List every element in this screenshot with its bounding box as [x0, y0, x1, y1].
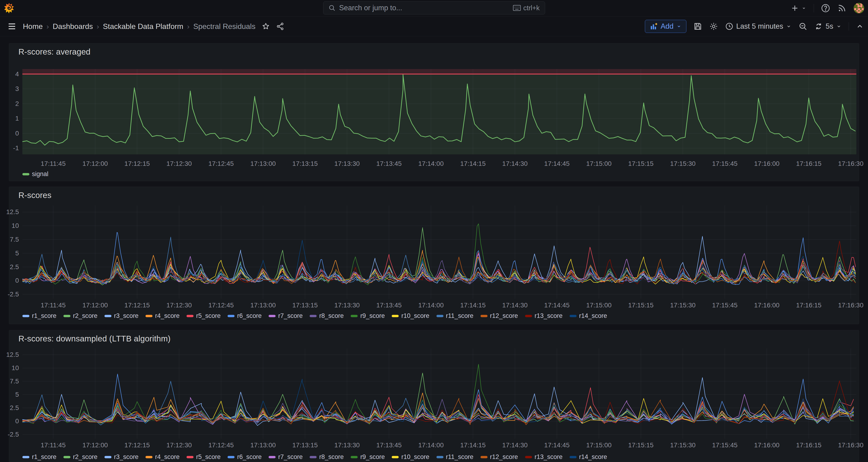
- legend-item-signal[interactable]: signal: [22, 171, 49, 178]
- series-color-pill: [392, 456, 399, 458]
- y-axis-tick-label: 7.5: [10, 236, 19, 243]
- favorite-button[interactable]: [261, 22, 270, 31]
- x-axis-tick-label: 17:16:30: [838, 441, 864, 449]
- legend-item-r10_score[interactable]: r10_score: [392, 312, 429, 319]
- legend-item-r6_score[interactable]: r6_score: [227, 312, 261, 319]
- legend-item-r9_score[interactable]: r9_score: [351, 453, 385, 461]
- panel-title[interactable]: R-scores: [19, 190, 52, 200]
- series-color-pill: [63, 315, 70, 317]
- help-button[interactable]: [821, 3, 830, 13]
- time-range-picker[interactable]: Last 5 minutes: [725, 22, 792, 31]
- y-axis: 43210-1: [9, 69, 20, 154]
- series-color-pill: [310, 456, 317, 458]
- legend-item-r14_score[interactable]: r14_score: [569, 312, 607, 319]
- series-color-pill: [22, 456, 29, 458]
- series-color-pill: [525, 315, 532, 317]
- legend-item-r2_score[interactable]: r2_score: [63, 453, 97, 461]
- series-color-pill: [22, 173, 29, 175]
- legend-item-r13_score[interactable]: r13_score: [525, 453, 563, 461]
- legend-item-r7_score[interactable]: r7_score: [269, 312, 303, 319]
- series-color-pill: [436, 315, 443, 317]
- x-axis-tick-label: 17:15:15: [628, 302, 653, 309]
- x-axis-tick-label: 17:14:45: [544, 160, 569, 167]
- time-series-chart[interactable]: [22, 348, 856, 439]
- legend-item-r1_score[interactable]: r1_score: [22, 453, 56, 461]
- legend-item-r12_score[interactable]: r12_score: [480, 312, 518, 319]
- legend-item-r1_score[interactable]: r1_score: [22, 312, 56, 319]
- zoom-out-button[interactable]: [799, 22, 807, 31]
- y-axis-tick-label: 5: [15, 391, 19, 398]
- legend-item-r5_score[interactable]: r5_score: [187, 312, 221, 319]
- legend-item-r3_score[interactable]: r3_score: [104, 312, 138, 319]
- legend-item-r13_score[interactable]: r13_score: [525, 312, 563, 319]
- legend-item-r3_score[interactable]: r3_score: [104, 453, 138, 461]
- x-axis-tick-label: 17:16:30: [838, 302, 864, 309]
- panel-title[interactable]: R-scores: downsampled (LTTB algorithm): [19, 334, 170, 343]
- legend-item-r4_score[interactable]: r4_score: [146, 312, 180, 319]
- series-color-pill: [187, 315, 193, 317]
- x-axis-tick-label: 17:15:15: [628, 441, 653, 449]
- refresh-picker[interactable]: 5s: [814, 22, 842, 31]
- y-axis-tick-label: -2.5: [8, 431, 19, 438]
- dashboard-settings-button[interactable]: [709, 22, 718, 31]
- mega-menu-button[interactable]: [7, 22, 17, 31]
- toolbar-right-actions: Add Last 5 minutes: [645, 17, 864, 36]
- x-axis-tick-label: 17:14:15: [460, 160, 486, 167]
- series-color-pill: [480, 456, 488, 458]
- x-axis-tick-label: 17:11:45: [41, 441, 66, 449]
- legend-item-r2_score[interactable]: r2_score: [63, 312, 97, 319]
- legend-item-r10_score[interactable]: r10_score: [392, 453, 429, 461]
- star-icon: [261, 22, 270, 31]
- x-axis-tick-label: 17:14:15: [460, 441, 486, 449]
- user-avatar[interactable]: [854, 3, 864, 13]
- series-color-pill: [269, 456, 276, 458]
- zoom-out-icon: [799, 22, 807, 31]
- clock-icon: [725, 22, 734, 31]
- legend-item-r11_score[interactable]: r11_score: [436, 453, 473, 461]
- x-axis-tick-label: 17:14:30: [502, 441, 528, 449]
- series-name-label: r12_score: [490, 312, 518, 319]
- series-name-label: r4_score: [155, 312, 180, 319]
- x-axis-tick-label: 17:13:00: [250, 441, 276, 449]
- breadcrumb-folder[interactable]: Stackable Data Platform: [103, 22, 183, 31]
- legend-item-r8_score[interactable]: r8_score: [310, 312, 344, 319]
- legend-item-r12_score[interactable]: r12_score: [480, 453, 518, 461]
- time-series-chart[interactable]: [22, 69, 856, 154]
- search-box[interactable]: Search or jump to... ctrl+k: [323, 1, 545, 14]
- panel-title[interactable]: R-scores: averaged: [19, 47, 90, 56]
- chevron-down-icon: [676, 24, 681, 29]
- series-color-pill: [227, 315, 235, 317]
- x-axis-tick-label: 17:14:15: [460, 302, 486, 309]
- breadcrumb-dashboards[interactable]: Dashboards: [53, 22, 93, 31]
- grafana-logo[interactable]: [3, 2, 15, 14]
- kiosk-mode-button[interactable]: [856, 22, 864, 30]
- keyboard-icon: [513, 5, 521, 11]
- series-name-label: signal: [32, 171, 49, 178]
- legend-item-r14_score[interactable]: r14_score: [569, 453, 607, 461]
- x-axis-tick-label: 17:16:15: [796, 441, 822, 449]
- series-color-pill: [310, 315, 317, 317]
- legend-item-r5_score[interactable]: r5_score: [187, 453, 221, 461]
- legend-item-r4_score[interactable]: r4_score: [146, 453, 180, 461]
- time-series-chart[interactable]: [22, 206, 856, 299]
- breadcrumb-home[interactable]: Home: [23, 22, 43, 31]
- add-panel-button[interactable]: Add: [645, 20, 686, 33]
- series-name-label: r11_score: [446, 312, 473, 319]
- share-button[interactable]: [276, 22, 284, 31]
- new-menu-button[interactable]: [790, 4, 807, 12]
- x-axis-tick-label: 17:12:30: [166, 441, 192, 449]
- series-name-label: r3_score: [114, 312, 138, 319]
- x-axis-tick-label: 17:15:00: [586, 302, 612, 309]
- series-color-pill: [146, 456, 153, 458]
- dashboard-toolbar: Home › Dashboards › Stackable Data Platf…: [0, 17, 868, 36]
- legend-item-r6_score[interactable]: r6_score: [227, 453, 261, 461]
- x-axis: 17:11:4517:12:0017:12:1517:12:3017:12:45…: [22, 302, 856, 309]
- save-dashboard-button[interactable]: [693, 22, 702, 31]
- x-axis-tick-label: 17:12:45: [209, 302, 234, 309]
- news-button[interactable]: [837, 3, 846, 13]
- legend-item-r9_score[interactable]: r9_score: [351, 312, 385, 319]
- legend-item-r11_score[interactable]: r11_score: [436, 312, 473, 319]
- legend-item-r7_score[interactable]: r7_score: [269, 453, 303, 461]
- legend-item-r8_score[interactable]: r8_score: [310, 453, 344, 461]
- x-axis-tick-label: 17:13:30: [334, 160, 360, 167]
